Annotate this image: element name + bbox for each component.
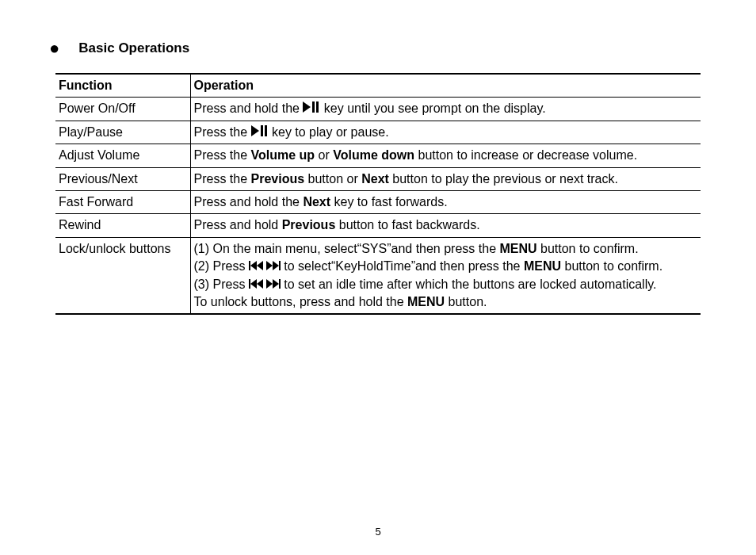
op-cell: Press the Volume up or Volume down butto… <box>190 144 701 167</box>
page: ● Basic Operations Function Operation Po… <box>0 0 756 555</box>
op-cell: Press the Previous button or Next button… <box>190 167 701 190</box>
text: Press and hold <box>194 218 282 232</box>
text: button to increase or decrease volume. <box>414 148 637 162</box>
text: Press the <box>194 172 251 186</box>
svg-rect-4 <box>261 125 263 136</box>
op-cell: Press the key to play or pause. <box>190 121 701 144</box>
table-row: Lock/unlock buttons (1) On the main menu… <box>55 237 701 314</box>
svg-rect-1 <box>312 101 315 113</box>
func-cell: Lock/unlock buttons <box>55 237 190 314</box>
op-cell: (1) On the main menu, select“SYS”and the… <box>190 237 701 314</box>
text: key to play or pause. <box>272 125 389 139</box>
text: (2) Press <box>194 259 249 273</box>
svg-marker-9 <box>266 261 273 270</box>
heading-text: Basic Operations <box>78 40 189 56</box>
table-row: Adjust Volume Press the Volume up or Vol… <box>55 144 701 167</box>
prev-next-icon <box>249 276 281 293</box>
text: (1) On the main menu, select“SYS”and the… <box>194 242 500 255</box>
svg-marker-16 <box>273 279 279 289</box>
op-cell: Press and hold Previous button to fast b… <box>190 214 701 237</box>
lock-step-4: To unlock buttons, press and hold the ME… <box>194 293 697 311</box>
text: Press and hold the <box>194 195 304 209</box>
text: button to confirm. <box>561 259 662 273</box>
table-row: Rewind Press and hold Previous button to… <box>55 214 701 237</box>
table-header-row: Function Operation <box>55 74 701 98</box>
bullet-icon: ● <box>49 40 59 57</box>
table-row: Previous/Next Press the Previous button … <box>55 167 701 190</box>
func-cell: Fast Forward <box>55 190 190 213</box>
svg-rect-2 <box>316 101 319 113</box>
section-heading: ● Basic Operations <box>49 40 701 57</box>
svg-marker-7 <box>250 261 257 270</box>
text: key until you see prompt on the display. <box>324 101 546 115</box>
op-cell: Press and hold the Next key to fast forw… <box>190 190 701 213</box>
bold-text: Previous <box>251 172 305 186</box>
bold-text: Next <box>303 195 330 209</box>
text: to set an idle time after which the butt… <box>284 278 656 291</box>
bold-text: MENU <box>407 295 445 308</box>
text: Press the <box>194 148 251 162</box>
svg-rect-11 <box>279 261 281 270</box>
text: Press the <box>194 125 251 139</box>
text: button. <box>445 295 487 308</box>
table-row: Fast Forward Press and hold the Next key… <box>55 190 701 213</box>
table-row: Play/Pause Press the key to play or paus… <box>55 121 701 144</box>
lock-step-2: (2) Press to select“KeyHoldTime”and then… <box>194 258 697 275</box>
svg-marker-15 <box>266 279 273 289</box>
func-cell: Adjust Volume <box>55 144 190 167</box>
svg-marker-14 <box>257 279 263 289</box>
operations-table: Function Operation Power On/Off Press an… <box>55 73 701 315</box>
text: or <box>315 148 333 162</box>
func-cell: Previous/Next <box>55 167 190 190</box>
page-number: 5 <box>0 526 756 538</box>
svg-marker-8 <box>257 261 263 270</box>
bold-text: Previous <box>282 218 336 232</box>
text: to select“KeyHoldTime”and then press the <box>284 259 524 273</box>
bold-text: Volume up <box>251 148 315 162</box>
svg-rect-5 <box>265 125 267 136</box>
text: To unlock buttons, press and hold the <box>194 295 408 308</box>
col-function: Function <box>55 74 190 98</box>
table-row: Power On/Off Press and hold the key unti… <box>55 98 701 121</box>
col-operation: Operation <box>190 74 701 98</box>
svg-marker-0 <box>303 101 311 113</box>
bold-text: Next <box>361 172 389 186</box>
svg-marker-10 <box>273 261 279 270</box>
func-cell: Play/Pause <box>55 121 190 144</box>
play-pause-icon <box>251 124 269 141</box>
text: button or <box>304 172 361 186</box>
text: button to fast backwards. <box>335 218 479 232</box>
text: button to confirm. <box>537 242 639 255</box>
bold-text: MENU <box>499 242 536 255</box>
prev-next-icon <box>249 258 281 275</box>
text: Press and hold the <box>194 101 304 115</box>
play-pause-icon <box>303 100 320 117</box>
func-cell: Power On/Off <box>55 98 190 121</box>
text: key to fast forwards. <box>330 195 448 209</box>
func-cell: Rewind <box>55 214 190 237</box>
text: button to play the previous or next trac… <box>389 172 618 186</box>
svg-marker-3 <box>251 125 259 136</box>
svg-rect-17 <box>279 279 281 289</box>
lock-step-3: (3) Press to set an idle time after whic… <box>194 276 697 293</box>
svg-rect-12 <box>249 279 250 289</box>
bold-text: MENU <box>524 259 561 273</box>
lock-step-1: (1) On the main menu, select“SYS”and the… <box>194 240 697 258</box>
op-cell: Press and hold the key until you see pro… <box>190 98 701 121</box>
text: (3) Press <box>194 278 249 291</box>
bold-text: Volume down <box>333 148 414 162</box>
svg-rect-6 <box>249 261 250 270</box>
svg-marker-13 <box>250 279 257 289</box>
